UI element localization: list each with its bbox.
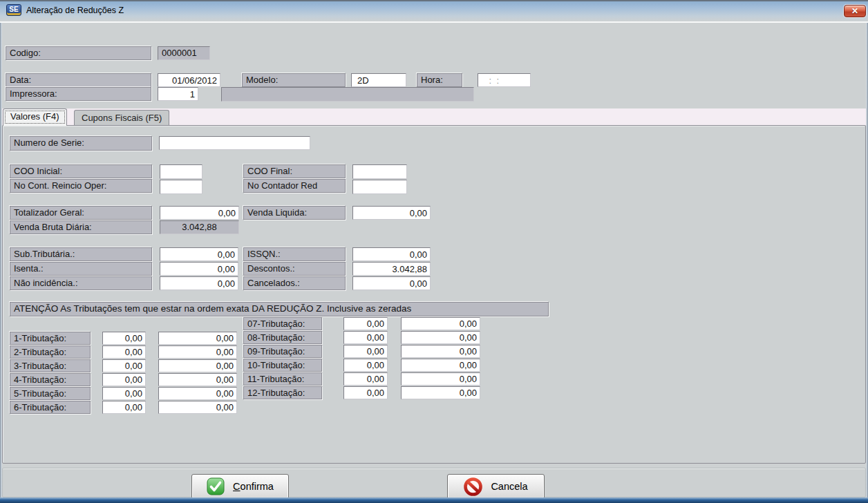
tributacao-5-input-1[interactable] [102, 387, 146, 400]
impressora-input[interactable] [158, 87, 198, 101]
tributacao-07-input-1[interactable] [343, 317, 388, 330]
cancelados-input[interactable] [352, 276, 431, 290]
descontos-label: Descontos.: [243, 262, 346, 276]
impressora-desc-box [221, 87, 474, 102]
data-input[interactable] [158, 73, 220, 87]
codigo-value: 0000001 [158, 46, 210, 60]
close-button[interactable]: ✕ [844, 5, 866, 17]
tributacao-1-input-1[interactable] [102, 332, 146, 345]
coo-inicial-input[interactable] [160, 164, 202, 179]
tributacao-1-input-2[interactable] [158, 332, 237, 345]
totalizador-geral-label: Totalizador Geral: [10, 206, 152, 220]
cancelados-label: Cancelados.: [243, 276, 346, 290]
tributacao-10-input-1[interactable] [343, 359, 388, 372]
impressora-label: Impressora: [6, 87, 151, 101]
confirma-button[interactable]: Confirma [191, 474, 289, 499]
tributacao-08-input-2[interactable] [401, 331, 480, 344]
cont-reinicio-label: No Cont. Reincio Oper: [10, 179, 152, 193]
venda-liquida-input[interactable] [352, 206, 431, 220]
tributacao-12-input-2[interactable] [401, 386, 480, 399]
tributacao-11-input-1[interactable] [343, 372, 388, 386]
atencao-banner: ATENÇÃO As Tributações tem que estar na … [10, 302, 549, 316]
window-title: Alteração de Reduções Z [26, 6, 124, 15]
tributacao-1-label: 1-Tributação: [10, 332, 91, 345]
tributacao-09-label: 09-Tributação: [243, 345, 322, 358]
cancela-button-label: Cancela [491, 481, 527, 492]
issqn-label: ISSQN.: [243, 247, 346, 261]
coo-inicial-label: COO Inicial: [10, 164, 152, 178]
cancel-icon [464, 477, 482, 496]
nao-incidencia-input[interactable] [160, 276, 238, 290]
tributacao-3-input-1[interactable] [102, 359, 146, 372]
tributacao-6-label: 6-Tributação: [10, 401, 91, 414]
sub-tributaria-label: Sub.Tributária.: [10, 247, 152, 261]
tributacao-10-input-2[interactable] [401, 359, 480, 372]
codigo-label: Codigo: [6, 46, 151, 60]
close-icon: ✕ [851, 6, 858, 16]
tributacao-10-label: 10-Tributação: [243, 359, 322, 372]
tributacao-4-input-2[interactable] [158, 373, 237, 386]
contador-red-label: No Contador Red [243, 179, 346, 193]
tributacao-4-input-1[interactable] [102, 373, 146, 386]
tab-strip: Valores (F4) Cupons Fiscais (F5) [2, 108, 866, 125]
button-bar [2, 468, 866, 497]
issqn-input[interactable] [352, 247, 431, 261]
descontos-input[interactable] [352, 262, 431, 276]
isenta-input[interactable] [160, 262, 238, 276]
hora-label: Hora: [417, 73, 462, 87]
tributacao-09-input-1[interactable] [343, 345, 388, 358]
tributacao-2-input-1[interactable] [102, 345, 146, 359]
hora-input[interactable] [478, 73, 531, 87]
tributacao-4-label: 4-Tributação: [10, 373, 91, 386]
totalizador-geral-input[interactable] [160, 206, 239, 220]
titlebar: SE Alteração de Reduções Z ✕ [0, 0, 868, 23]
coo-final-label: COO Final: [243, 164, 346, 178]
tributacao-5-label: 5-Tributação: [10, 387, 91, 400]
tributacao-11-label: 11-Tributação: [243, 372, 322, 386]
tributacao-08-label: 08-Tributação: [243, 331, 322, 344]
tributacao-3-input-2[interactable] [158, 359, 237, 372]
venda-bruta-label: Venda Bruta Diária: [10, 220, 152, 234]
tab-cupons-fiscais[interactable]: Cupons Fiscais (F5) [74, 110, 169, 125]
modelo-label: Modelo: [242, 73, 346, 87]
tributacao-2-label: 2-Tributação: [10, 345, 91, 359]
tributacao-6-input-1[interactable] [102, 401, 146, 414]
window-border-bottom [0, 497, 868, 503]
isenta-label: Isenta.: [10, 262, 152, 276]
tributacao-6-input-2[interactable] [158, 401, 237, 414]
venda-liquida-label: Venda Liquida: [243, 206, 346, 220]
sub-tributaria-input[interactable] [160, 247, 238, 261]
cont-reinicio-input[interactable] [160, 180, 202, 194]
nao-incidencia-label: Não incidência.: [10, 276, 152, 290]
numero-serie-input[interactable] [159, 136, 310, 150]
tributacao-11-input-2[interactable] [401, 372, 480, 386]
tributacao-12-input-1[interactable] [343, 386, 388, 399]
window-border-left [0, 23, 2, 503]
tributacao-3-label: 3-Tributação: [10, 359, 91, 372]
tributacao-07-label: 07-Tributação: [243, 317, 322, 330]
numero-serie-label: Numero de Serie: [10, 136, 152, 151]
tributacao-2-input-2[interactable] [158, 345, 237, 359]
tributacao-07-input-2[interactable] [401, 317, 480, 330]
modelo-input[interactable] [351, 73, 406, 87]
cancela-button[interactable]: Cancela [447, 474, 545, 499]
contador-red-input[interactable] [352, 180, 407, 194]
tributacao-09-input-2[interactable] [401, 345, 480, 358]
tributacao-12-label: 12-Tributação: [243, 386, 322, 399]
coo-final-input[interactable] [352, 164, 407, 179]
app-logo-icon: SE [6, 4, 21, 16]
tab-valores[interactable]: Valores (F4) [3, 108, 67, 126]
check-icon [207, 477, 225, 495]
confirma-button-label: Confirma [233, 481, 274, 492]
dialog-window: SE Alteração de Reduções Z ✕ Codigo: 000… [0, 0, 868, 503]
venda-bruta-value: 3.042,88 [160, 220, 239, 234]
tributacao-08-input-1[interactable] [343, 331, 388, 344]
tributacao-5-input-2[interactable] [158, 387, 237, 400]
data-label: Data: [6, 73, 151, 87]
